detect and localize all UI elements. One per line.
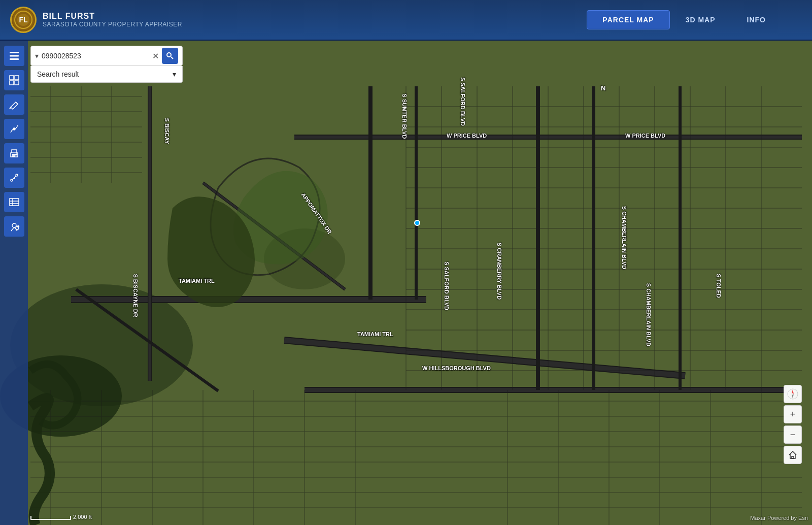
- logo-icon: FL: [10, 7, 37, 33]
- map-container[interactable]: ▾ ✕ Search result ▾ W PRICE BLVD W PRICE…: [0, 41, 812, 525]
- svg-rect-111: [792, 456, 794, 458]
- measure-button[interactable]: [4, 168, 24, 188]
- tab-info[interactable]: INFO: [731, 10, 782, 29]
- search-go-button[interactable]: [162, 48, 178, 64]
- nav-tabs: PARCEL MAP 3D MAP INFO: [587, 10, 782, 29]
- search-clear-button[interactable]: ✕: [152, 51, 159, 61]
- tab-parcel-map[interactable]: PARCEL MAP: [587, 10, 669, 29]
- search-input-row: ▾ ✕: [30, 46, 183, 66]
- search-box: ▾ ✕ Search result ▾: [30, 46, 183, 83]
- svg-line-107: [171, 57, 173, 59]
- svg-marker-110: [792, 394, 794, 399]
- svg-text:FL: FL: [19, 16, 28, 24]
- logo-area: FL BILL FURST SARASOTA COUNTY PROPERTY A…: [10, 7, 182, 33]
- draw-button[interactable]: [4, 119, 24, 139]
- scale-bar: 2,000 ft: [30, 514, 92, 520]
- print-button[interactable]: [4, 143, 24, 163]
- svg-rect-93: [12, 156, 15, 157]
- map-marker: [414, 220, 420, 226]
- tab-3d-map[interactable]: 3D MAP: [670, 10, 731, 29]
- scale-label: 2,000 ft: [73, 514, 92, 520]
- data-table-button[interactable]: [4, 192, 24, 212]
- svg-rect-87: [15, 81, 19, 85]
- svg-rect-81: [10, 52, 19, 53]
- compass-button[interactable]: [784, 385, 802, 403]
- header: FL BILL FURST SARASOTA COUNTY PROPERTY A…: [0, 0, 812, 41]
- svg-point-90: [13, 128, 15, 130]
- svg-point-103: [12, 223, 16, 227]
- left-sidebar: [0, 41, 28, 525]
- search-result-dropdown[interactable]: Search result ▾: [30, 66, 183, 83]
- svg-point-94: [16, 154, 17, 155]
- grid-button[interactable]: [4, 70, 24, 90]
- svg-rect-99: [10, 199, 19, 206]
- logo-text: BILL FURST SARASOTA COUNTY PROPERTY APPR…: [43, 12, 182, 28]
- svg-point-106: [167, 53, 171, 57]
- search-input[interactable]: [42, 52, 152, 60]
- map-background: [0, 41, 812, 525]
- svg-point-96: [16, 174, 18, 176]
- attribution: Maxar Powered by Esri: [750, 515, 808, 521]
- svg-line-88: [16, 102, 18, 104]
- map-controls: + −: [784, 385, 802, 464]
- svg-rect-84: [10, 76, 14, 80]
- svg-rect-86: [10, 81, 14, 85]
- scale-line: [30, 516, 71, 520]
- svg-point-95: [11, 179, 13, 181]
- zoom-out-button[interactable]: −: [784, 425, 802, 444]
- search-result-label: Search result: [37, 70, 79, 78]
- svg-marker-109: [792, 389, 794, 394]
- search-chevron-icon[interactable]: ▾: [35, 52, 39, 60]
- zoom-in-button[interactable]: +: [784, 405, 802, 423]
- svg-rect-92: [12, 154, 16, 155]
- logo-subtitle: SARASOTA COUNTY PROPERTY APPRAISER: [43, 21, 182, 28]
- logo-name: BILL FURST: [43, 12, 182, 21]
- svg-rect-83: [10, 58, 19, 60]
- svg-rect-85: [15, 76, 19, 80]
- svg-line-89: [10, 107, 11, 109]
- svg-point-105: [17, 226, 19, 227]
- search-result-chevron-icon: ▾: [173, 70, 176, 78]
- layers-button[interactable]: [4, 46, 24, 66]
- edit-button[interactable]: [4, 94, 24, 115]
- home-button[interactable]: [784, 446, 802, 464]
- bookmark-button[interactable]: [4, 216, 24, 237]
- svg-rect-82: [10, 55, 19, 57]
